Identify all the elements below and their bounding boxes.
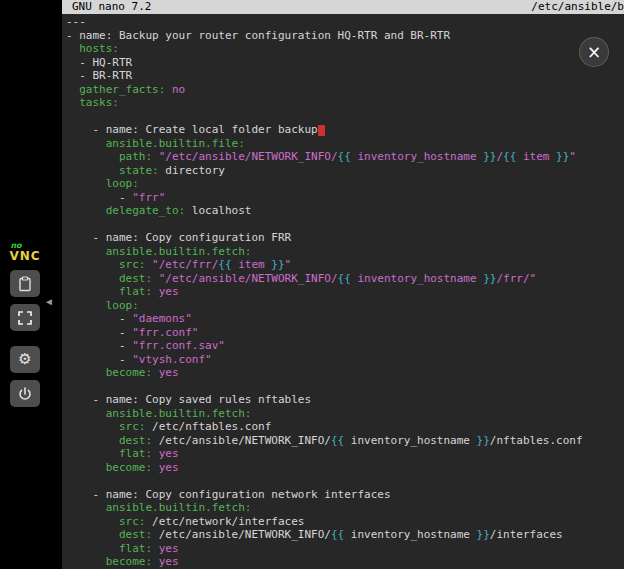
close-button[interactable]: × [579,37,609,67]
terminal-text: - [66,326,132,339]
panel-collapse-handle[interactable]: ◄ [44,288,58,314]
text-cursor [318,125,325,136]
terminal-text: state: [66,164,159,177]
terminal-text: "daemons" [132,312,192,325]
terminal-text: ansible.builtin.fetch: [66,407,251,420]
terminal-text: "/etc/ansible/NETWORK_INFO/ [159,150,338,163]
terminal-text: hosts: [66,42,119,55]
terminal-text: - name: Copy configuration FRR [66,231,291,244]
terminal-line: - "vtysh.conf" [66,353,624,367]
terminal-text: - name: Copy saved rules nftables [66,393,311,406]
terminal-text [152,272,159,285]
terminal-text: /frr/" [496,272,536,285]
terminal-window[interactable]: GNU nano 7.2 /etc/ansible/b ---- name: B… [62,0,624,569]
terminal-text: inventory_hostname [351,150,483,163]
terminal-line: ansible.builtin.fetch: [66,245,624,259]
terminal-line: ansible.builtin.file: [66,137,624,151]
terminal-text: /etc/network/interfaces [145,515,304,528]
terminal-text: yes [159,555,179,568]
fullscreen-button[interactable] [10,304,40,331]
terminal-text: {{ [338,272,351,285]
terminal-text: - BR-RTR [66,69,132,82]
terminal-text: directory [159,164,225,177]
terminal-text: loop: [66,177,139,190]
terminal-line: src: /etc/nftables.conf [66,420,624,434]
terminal-line: - name: Copy saved rules nftables [66,393,624,407]
terminal-text: " [285,258,292,271]
close-icon: × [587,44,601,61]
terminal-text: become: [66,461,152,474]
terminal-text: inventory_hostname [344,434,476,447]
terminal-line: flat: yes [66,285,624,299]
terminal-text: tasks: [66,96,119,109]
terminal-text: inventory_hostname [344,528,476,541]
vnc-sidebar: no VNC ⚙ [0,0,62,569]
terminal-line: gather_facts: no [66,83,624,97]
terminal-line: path: "/etc/ansible/NETWORK_INFO/{{ inve… [66,150,624,164]
terminal-line: delegate_to: localhost [66,204,624,218]
terminal-line: become: yes [66,461,624,475]
terminal-text: flat: [66,285,152,298]
settings-button[interactable]: ⚙ [10,346,40,373]
terminal-text: item [232,258,272,271]
terminal-text: }} [477,434,490,447]
terminal-text: path: [66,150,152,163]
terminal-line: become: yes [66,366,624,380]
terminal-text: - [66,312,132,325]
terminal-text: {{ [503,150,516,163]
terminal-line: - name: Create local folder backup [66,123,624,137]
terminal-text: "/etc/frr/ [152,258,218,271]
terminal-text: become: [66,555,152,568]
nano-version: GNU nano 7.2 [72,0,151,14]
chevron-left-icon: ◄ [44,296,54,307]
terminal-text: src: [66,515,145,528]
terminal-text: item [516,150,556,163]
terminal-text: /etc/ansible/NETWORK_INFO/ [152,528,331,541]
desktop: no VNC ⚙ [0,0,624,569]
terminal-text: {{ [218,258,231,271]
fullscreen-icon [17,310,33,326]
clipboard-button[interactable] [10,270,40,297]
terminal-text: localhost [185,204,251,217]
terminal-text: - name: Copy configuration network inter… [66,488,391,501]
terminal-text: " [569,150,576,163]
terminal-line [66,110,624,124]
terminal-line: - name: Copy configuration FRR [66,231,624,245]
terminal-text: yes [159,285,179,298]
terminal-text: /etc/ansible/NETWORK_INFO/ [152,434,331,447]
terminal-line [66,218,624,232]
terminal-text: src: [66,420,145,433]
terminal-line: ansible.builtin.fetch: [66,501,624,515]
terminal-line: - BR-RTR [66,69,624,83]
terminal-text: yes [159,447,179,460]
terminal-text: gather_facts: [66,83,165,96]
terminal-text: }} [477,528,490,541]
terminal-text: - HQ-RTR [66,56,132,69]
terminal-line: src: "/etc/frr/{{ item }}" [66,258,624,272]
terminal-text: }} [271,258,284,271]
novnc-logo-vnc: VNC [9,250,40,262]
terminal-text: yes [159,542,179,555]
terminal-line: - name: Backup your router configuration… [66,29,624,43]
terminal-text: yes [159,366,179,379]
terminal-line [66,380,624,394]
terminal-text: /interfaces [490,528,563,541]
terminal-text: - [66,353,132,366]
terminal-line: - "daemons" [66,312,624,326]
terminal-text: flat: [66,542,152,555]
terminal-line: flat: yes [66,542,624,556]
terminal-text [152,461,159,474]
terminal-text: "vtysh.conf" [132,353,211,366]
power-button[interactable] [10,380,40,407]
terminal-text [165,83,172,96]
terminal-text: yes [159,461,179,474]
terminal-line: dest: "/etc/ansible/NETWORK_INFO/{{ inve… [66,272,624,286]
terminal-text [152,285,159,298]
terminal-text: inventory_hostname [351,272,483,285]
terminal-text: become: [66,366,152,379]
terminal-line: loop: [66,299,624,313]
terminal-line: --- [66,15,624,29]
terminal-text: "frr.conf" [132,326,198,339]
terminal-text: {{ [331,528,344,541]
terminal-text: delegate_to: [66,204,185,217]
